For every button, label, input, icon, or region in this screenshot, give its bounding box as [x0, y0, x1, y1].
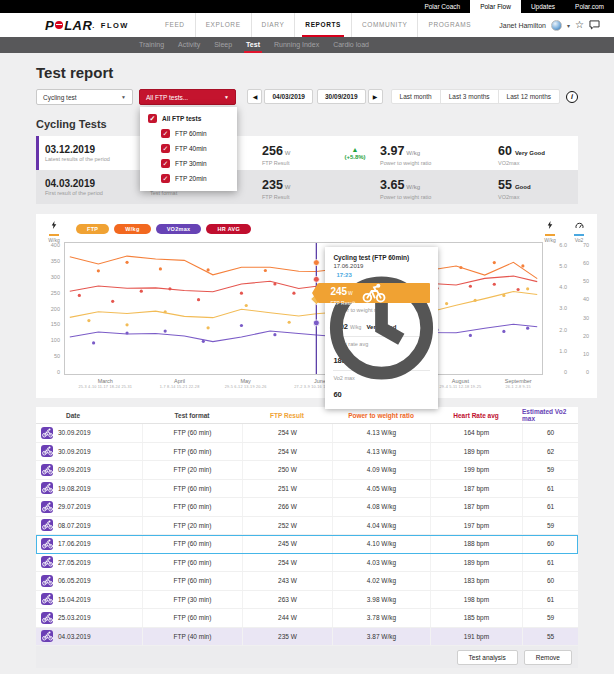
nav-item-reports[interactable]: REPORTS: [294, 13, 351, 37]
nav-item-programs[interactable]: PROGRAMS: [417, 13, 481, 37]
remove-button[interactable]: Remove: [524, 650, 572, 665]
feedback-bubble-icon[interactable]: [589, 20, 600, 30]
table-row[interactable]: 08.07.2019FTP (20 min)252 W4.04 W/kg197 …: [36, 517, 578, 536]
row-test-format: FTP (60 min): [142, 572, 242, 590]
subnav-item-activity[interactable]: Activity: [171, 37, 207, 53]
table-row[interactable]: 19.08.2019FTP (60 min)251 W4.05 W/kg187 …: [36, 480, 578, 499]
subnav-item-test[interactable]: Test: [239, 37, 267, 53]
row-date: 25.03.2019: [58, 614, 91, 621]
summary-ftp-value: 256W: [262, 141, 330, 159]
date-from-input[interactable]: 04/03/2019: [264, 89, 313, 104]
summary-row-2: 04.03.2019First result of the periodFTP …: [36, 170, 578, 204]
nav-item-explore[interactable]: EXPLORE: [195, 13, 251, 37]
table-row[interactable]: 17.06.2019FTP (60 min)245 W4.10 W/kg188 …: [36, 535, 578, 554]
row-heart-rate-avg: 164 bpm: [430, 424, 522, 442]
row-ftp-result: 263 W: [242, 591, 332, 609]
summary-ftp-cell: 235WFTP Result: [262, 175, 330, 200]
row-power-to-weight: 4.13 W/kg: [332, 443, 430, 461]
subnav-item-running-index[interactable]: Running Index: [267, 37, 326, 53]
legend-pill-vo2max[interactable]: VO2max: [156, 224, 202, 234]
checkbox-checked-icon[interactable]: ✓: [148, 114, 157, 123]
data-point-ftp: [445, 302, 448, 305]
table-row[interactable]: 06.05.2019FTP (60 min)243 W4.02 W/kg183 …: [36, 572, 578, 591]
user-menu-caret-icon[interactable]: ▾: [567, 22, 570, 29]
dropdown-item-ftp-20min[interactable]: ✓FTP 20min: [140, 171, 237, 186]
row-date: 15.04.2019: [58, 596, 91, 603]
x-axis-month-march: March25-3 4-10 11-17 18-24 25-31: [78, 378, 132, 389]
polar-logo[interactable]: PLAR.: [45, 18, 95, 33]
preset-last-12-months[interactable]: Last 12 months: [498, 89, 559, 104]
checkbox-checked-icon[interactable]: ✓: [161, 144, 170, 153]
column-header-power-to-weight-ratio: Power to weight ratio: [332, 407, 430, 423]
dropdown-item-all-ftp-tests[interactable]: ✓All FTP tests: [140, 111, 237, 126]
table-header-row: DateTest formatFTP ResultPower to weight…: [36, 407, 578, 424]
row-date: 09.09.2019: [58, 466, 91, 473]
summary-date-sublabel: First result of the period: [45, 190, 150, 196]
table-row[interactable]: 30.09.2019FTP (60 min)254 W4.13 W/kg189 …: [36, 443, 578, 462]
content: Test report Cycling test ▼ All FTP tests…: [0, 64, 614, 668]
row-power-to-weight: 4.04 W/kg: [332, 517, 430, 535]
row-ftp-result: 235 W: [242, 628, 332, 646]
selected-point-hr-avg[interactable]: [313, 276, 319, 282]
row-ftp-result: 252 W: [242, 517, 332, 535]
topbar-tab-polar-coach[interactable]: Polar Coach: [414, 0, 470, 13]
row-test-format: FTP (60 min): [142, 480, 242, 498]
screen: Polar CoachPolar FlowUpdatesPolar.com PL…: [0, 0, 614, 674]
nav-item-community[interactable]: COMMUNITY: [351, 13, 417, 37]
dropdown-item-label: FTP 20min: [175, 175, 207, 182]
table-row[interactable]: 25.03.2019FTP (60 min)244 W3.78 W/kg185 …: [36, 609, 578, 628]
checkbox-checked-icon[interactable]: ✓: [161, 129, 170, 138]
table-row[interactable]: 29.07.2019FTP (60 min)266 W4.08 W/kg187 …: [36, 498, 578, 517]
data-point-w-kg: [521, 264, 524, 267]
summary-ftp-value: 235W: [262, 175, 330, 193]
row-test-format: FTP (60 min): [142, 424, 242, 442]
user-name[interactable]: Janet Hamilton: [499, 22, 546, 29]
dropdown-item-ftp-40min[interactable]: ✓FTP 40min: [140, 141, 237, 156]
legend-pill-w-kg[interactable]: W/kg: [114, 224, 150, 234]
prev-period-button[interactable]: ◀: [247, 89, 262, 104]
subnav-item-cardio-load[interactable]: Cardio load: [326, 37, 376, 53]
table-row[interactable]: 27.05.2019FTP (60 min)254 W4.03 W/kg189 …: [36, 554, 578, 573]
nav-item-feed[interactable]: FEED: [155, 13, 195, 37]
preset-last-month[interactable]: Last month: [392, 89, 440, 104]
legend-pill-hr-avg[interactable]: HR AVG: [206, 224, 251, 234]
table-row[interactable]: 30.09.2019FTP (60 min)254 W4.13 W/kg164 …: [36, 424, 578, 443]
avatar[interactable]: [551, 20, 562, 31]
test-analysis-button[interactable]: Test analysis: [457, 650, 518, 665]
test-filter-select[interactable]: All FTP tests... ▼ ✓All FTP tests✓FTP 60…: [139, 89, 236, 105]
date-to-input[interactable]: 30/09/2019: [317, 89, 366, 104]
table-row[interactable]: 09.09.2019FTP (20 min)250 W4.09 W/kg199 …: [36, 461, 578, 480]
x-axis-month-may: May29-5 6-12 13-19 20-26: [225, 378, 267, 389]
selected-point-w-kg[interactable]: [313, 260, 319, 266]
checkbox-checked-icon[interactable]: ✓: [161, 174, 170, 183]
table-row[interactable]: 04.03.2019FTP (40 min)235 W3.87 W/kg191 …: [36, 628, 578, 647]
right-vo2-axis-key: Vo2: [569, 215, 589, 243]
topbar-tab-polar-flow[interactable]: Polar Flow: [470, 0, 521, 13]
flow-wordmark: FLOW: [101, 21, 129, 30]
checkbox-checked-icon[interactable]: ✓: [161, 159, 170, 168]
preset-last-3-months[interactable]: Last 3 months: [440, 89, 498, 104]
info-button[interactable]: i: [566, 91, 578, 103]
topbar-tab-updates[interactable]: Updates: [521, 0, 565, 13]
row-heart-rate-avg: 198 bpm: [430, 591, 522, 609]
legend-pill-ftp[interactable]: FTP: [76, 224, 109, 234]
subnav-item-sleep[interactable]: Sleep: [207, 37, 239, 53]
dropdown-item-ftp-30min[interactable]: ✓FTP 30min: [140, 156, 237, 171]
topbar-tab-polar-com[interactable]: Polar.com: [565, 0, 614, 13]
results-table-card: DateTest formatFTP ResultPower to weight…: [36, 407, 578, 668]
table-row[interactable]: 15.04.2019FTP (30 min)263 W3.98 W/kg198 …: [36, 591, 578, 610]
summary-date-cell: 04.03.2019First result of the period: [45, 178, 150, 196]
data-point-ftp: [502, 294, 505, 297]
y-tick: 200: [44, 306, 60, 312]
selected-point-vo2max[interactable]: [313, 320, 319, 326]
nav-item-diary[interactable]: DIARY: [251, 13, 295, 37]
row-vo2-max: 62: [522, 443, 578, 461]
sport-select[interactable]: Cycling test ▼: [36, 89, 133, 105]
subnav-item-training[interactable]: Training: [132, 37, 171, 53]
chart-plot[interactable]: Cycling test (FTP 60min) 17.06.2019 17:2…: [64, 242, 543, 375]
summary-row-1: 03.12.2019Latest results of the period25…: [36, 136, 578, 170]
next-period-button[interactable]: ▶: [368, 89, 383, 104]
table-date-cell: 29.07.2019: [36, 498, 142, 516]
dropdown-item-ftp-60min[interactable]: ✓FTP 60min: [140, 126, 237, 141]
favorites-star-icon[interactable]: ☆: [575, 20, 584, 30]
